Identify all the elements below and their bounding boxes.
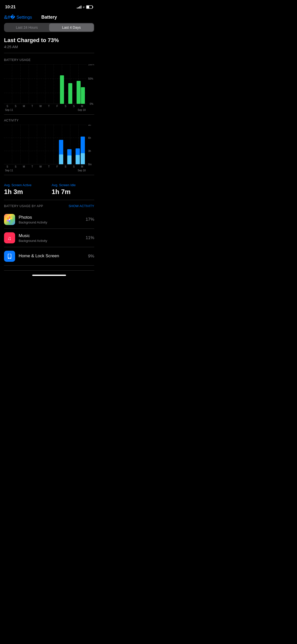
avg-idle-label: Avg. Screen Idle bbox=[52, 183, 94, 187]
status-icons: 𝝊 42 bbox=[77, 5, 93, 9]
home-lock-info: Home & Lock Screen bbox=[19, 253, 84, 259]
svg-text:S: S bbox=[15, 165, 17, 168]
svg-text:6h: 6h bbox=[88, 137, 91, 139]
charge-time: 4:25 AM bbox=[4, 45, 94, 49]
avg-active-value: 1h 3m bbox=[4, 188, 47, 196]
svg-rect-20 bbox=[60, 75, 64, 104]
back-chevron-icon: &#� bbox=[4, 15, 15, 20]
battery-icon: 42 bbox=[86, 5, 93, 9]
show-activity-button[interactable]: SHOW ACTIVITY bbox=[69, 204, 94, 208]
main-content: Last 24 Hours Last 4 Days Last Charged t… bbox=[0, 23, 98, 271]
avg-stats: Avg. Screen Active 1h 3m Avg. Screen Idl… bbox=[4, 179, 94, 200]
svg-text:M: M bbox=[23, 165, 25, 168]
svg-text:♫: ♫ bbox=[8, 235, 11, 241]
avg-idle-value: 1h 7m bbox=[52, 188, 94, 196]
svg-rect-1 bbox=[92, 6, 93, 8]
svg-text:M: M bbox=[23, 105, 25, 107]
app-row-home-lock[interactable]: Home & Lock Screen 9% bbox=[4, 247, 94, 266]
activity-x-date-end: Sep 18 bbox=[45, 169, 86, 172]
svg-text:0m: 0m bbox=[88, 163, 92, 166]
app-row-music[interactable]: ♫ Music Background Activity 11% bbox=[4, 229, 94, 247]
status-time: 10:21 bbox=[5, 5, 16, 10]
svg-rect-23 bbox=[81, 87, 85, 104]
segment-control[interactable]: Last 24 Hours Last 4 Days bbox=[4, 23, 94, 32]
avg-screen-idle: Avg. Screen Idle 1h 7m bbox=[52, 183, 94, 196]
svg-text:M: M bbox=[81, 165, 83, 168]
svg-text:W: W bbox=[39, 105, 42, 107]
activity-chart: 9h 6h 3h 0m bbox=[4, 125, 94, 172]
svg-text:100%: 100% bbox=[88, 64, 94, 66]
svg-rect-21 bbox=[68, 83, 72, 104]
activity-x-date-start: Sep 11 bbox=[5, 169, 45, 172]
svg-rect-56 bbox=[76, 155, 80, 164]
signal-icon bbox=[77, 6, 81, 9]
svg-text:S: S bbox=[7, 105, 8, 107]
avg-active-label: Avg. Screen Active bbox=[4, 183, 47, 187]
svg-rect-79 bbox=[8, 254, 11, 258]
svg-text:F: F bbox=[56, 165, 58, 168]
x-date-end: Sep 18 bbox=[45, 109, 86, 111]
svg-rect-54 bbox=[67, 155, 72, 164]
svg-text:0%: 0% bbox=[90, 103, 93, 105]
page-title: Battery bbox=[41, 15, 57, 20]
charge-info: Last Charged to 73% 4:25 AM bbox=[4, 37, 94, 53]
music-info: Music Background Activity bbox=[19, 233, 82, 243]
svg-text:S: S bbox=[65, 165, 67, 168]
home-indicator bbox=[32, 275, 66, 276]
photos-name: Photos bbox=[19, 215, 82, 220]
svg-text:S: S bbox=[65, 105, 67, 107]
activity-label: ACTIVITY bbox=[4, 119, 94, 122]
svg-rect-58 bbox=[81, 153, 85, 164]
svg-text:T: T bbox=[48, 165, 50, 168]
status-bar: 10:21 𝝊 42 bbox=[0, 0, 98, 13]
photos-sub: Background Activity bbox=[19, 220, 82, 224]
svg-text:W: W bbox=[39, 165, 42, 168]
home-lock-name: Home & Lock Screen bbox=[19, 253, 84, 259]
music-sub: Background Activity bbox=[19, 239, 82, 243]
x-date-start: Sep 11 bbox=[5, 109, 45, 111]
svg-text:M: M bbox=[81, 105, 83, 107]
segment-last-24h[interactable]: Last 24 Hours bbox=[5, 23, 49, 31]
home-lock-pct: 9% bbox=[88, 254, 94, 259]
svg-text:3h: 3h bbox=[88, 150, 91, 152]
photos-info: Photos Background Activity bbox=[19, 215, 82, 224]
svg-text:T: T bbox=[31, 105, 33, 107]
svg-rect-81 bbox=[9, 254, 10, 254]
avg-screen-active: Avg. Screen Active 1h 3m bbox=[4, 183, 47, 196]
battery-usage-chart: 100% 50% 0% bbox=[4, 64, 94, 111]
svg-text:50%: 50% bbox=[88, 77, 93, 80]
photos-pct: 17% bbox=[86, 217, 94, 222]
svg-rect-52 bbox=[59, 154, 63, 164]
svg-rect-22 bbox=[77, 81, 81, 104]
charge-title: Last Charged to 73% bbox=[4, 37, 94, 44]
photos-icon bbox=[4, 214, 15, 225]
battery-usage-label: BATTERY USAGE bbox=[4, 58, 94, 62]
svg-text:S: S bbox=[73, 165, 75, 168]
music-icon: ♫ bbox=[4, 232, 15, 243]
svg-text:T: T bbox=[48, 105, 50, 107]
svg-text:F: F bbox=[56, 105, 58, 107]
app-row-photos[interactable]: Photos Background Activity 17% bbox=[4, 210, 94, 229]
svg-text:42: 42 bbox=[87, 7, 89, 8]
svg-point-76 bbox=[9, 219, 10, 220]
svg-text:T: T bbox=[31, 165, 33, 168]
nav-bar: &#� Settings Battery bbox=[0, 13, 98, 23]
back-label: Settings bbox=[16, 15, 32, 20]
battery-usage-section: BATTERY USAGE 100% 50% 0% bbox=[4, 58, 94, 115]
music-pct: 11% bbox=[86, 235, 94, 240]
segment-last-4d[interactable]: Last 4 Days bbox=[49, 23, 94, 31]
svg-point-80 bbox=[9, 258, 10, 259]
svg-text:9h: 9h bbox=[88, 125, 91, 126]
svg-text:S: S bbox=[15, 105, 17, 107]
back-button[interactable]: &#� Settings bbox=[4, 15, 32, 20]
wifi-icon: 𝝊 bbox=[83, 5, 85, 9]
by-app-header: BATTERY USAGE BY APP SHOW ACTIVITY bbox=[4, 204, 94, 208]
by-app-label: BATTERY USAGE BY APP bbox=[4, 204, 43, 208]
home-lock-icon bbox=[4, 251, 15, 262]
music-name: Music bbox=[19, 233, 82, 238]
svg-text:S: S bbox=[73, 105, 75, 107]
activity-section: ACTIVITY 9h 6h 3h 0m bbox=[4, 119, 94, 175]
svg-text:S: S bbox=[7, 165, 8, 168]
